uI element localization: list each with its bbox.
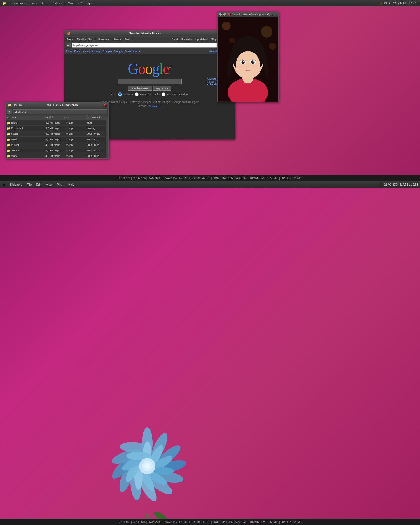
taskbar-help[interactable]: Help: [67, 183, 76, 187]
taskbar-redigera-menu[interactable]: Redigera: [50, 1, 65, 6]
google-radio-svenska[interactable]: [135, 92, 139, 96]
firefox-menu-news[interactable]: News ▾: [111, 37, 123, 41]
fm-row[interactable]: 📁 Publist 4,0 kB mapp mapp 2009-04-25: [6, 142, 106, 148]
firefox-title: Google - Mozilla Firefox: [73, 32, 218, 35]
svg-point-44: [237, 65, 244, 68]
svg-point-41: [243, 61, 244, 62]
weather-icon-bottom: ☀: [380, 183, 382, 186]
folder-icon: 📁: [7, 149, 10, 152]
fm-cell-name: 📁 Video: [6, 155, 44, 158]
firefox-menu-forums[interactable]: Forums ▾: [97, 37, 111, 41]
fm-cell-modified: 2009-04-25: [85, 149, 106, 152]
firefox-menu-meny[interactable]: Meny: [66, 37, 75, 41]
google-search-input[interactable]: [118, 79, 182, 84]
imageviewer-title: /home/mattias/Bilder/Japanese/yuk...: [232, 13, 277, 16]
google-search-label: Sök:: [111, 93, 116, 96]
taskbar-file[interactable]: File: [26, 183, 33, 187]
fm-rows: 📁 Bilder 4,0 kB mapp mapp idag 📁 Dokumen…: [6, 120, 106, 159]
fm-row[interactable]: 📁 Skrivbord 4,0 kB mapp mapp 2009-04-25: [6, 148, 106, 153]
google-logo-g2: g: [152, 60, 159, 77]
filemanager-icon: 📁: [7, 103, 12, 108]
google-sekretess-link[interactable]: Sekretess: [149, 105, 160, 108]
taskbar-ar-menu[interactable]: Ar...: [41, 1, 48, 6]
firefox-nav-framat[interactable]: Framåt ▾: [180, 37, 193, 41]
bookmark-natet[interactable]: Nätet: [66, 50, 73, 53]
fm-path-bar[interactable]: MATTIAS: [13, 109, 107, 114]
firefox-url: http://www.google.se/: [73, 44, 98, 47]
google-radio-webben[interactable]: [118, 92, 122, 96]
fm-maximize-btn[interactable]: □: [19, 104, 22, 107]
firefox-addressbar[interactable]: http://www.google.se/: [72, 43, 226, 48]
fm-minimize-btn[interactable]: –: [14, 104, 17, 107]
fm-scrollbar[interactable]: [106, 115, 108, 159]
svg-point-40: [251, 60, 255, 64]
bookmark-grupper[interactable]: Grupper: [103, 50, 112, 53]
fm-cell-name: 📁 Bilder: [6, 121, 44, 125]
fm-cell-size: 4,0 kB mapp: [44, 144, 65, 146]
bookmark-mer[interactable]: mer ▼: [133, 50, 141, 53]
taskbar-skrivbord[interactable]: Skrivbord: [9, 183, 23, 187]
fm-filename: Bilder: [11, 121, 18, 124]
fm-row[interactable]: 📁 Bilder 4,0 kB mapp mapp idag: [6, 120, 106, 126]
google-search-buttons: Google-sökning Jag har tur: [128, 86, 171, 91]
datetime-top: SÖN MAJ 31 12:53: [393, 2, 418, 5]
taskbar-hj-menu[interactable]: Hj...: [86, 1, 93, 6]
bookmark-bilder[interactable]: Bilder: [74, 50, 81, 53]
firefox-nav-uppdatera[interactable]: Uppdatera: [194, 37, 209, 41]
imageviewer-titlebar[interactable]: – □ × /home/mattias/Bilder/Japanese/yuk.…: [218, 12, 278, 17]
taskbar-view[interactable]: View: [45, 183, 54, 187]
taskbar-bottom-right: ☀ 21 °C SÖN MAJ 31 12:53: [380, 183, 418, 186]
fm-row[interactable]: 📁 Video 4,0 kB mapp mapp 2009-04-25: [6, 153, 106, 159]
fm-cell-name: 📁 Publist: [6, 144, 44, 147]
bookmark-gmail[interactable]: Gmail: [125, 50, 132, 53]
bookmark-bloggat[interactable]: Bloggat: [114, 50, 123, 53]
fm-header-size[interactable]: Storlek: [44, 116, 65, 119]
fm-row[interactable]: 📁 Musik 4,0 kB mapp mapp 2009-04-25: [6, 137, 106, 142]
fm-filename: Video: [11, 155, 18, 158]
google-allt-link[interactable]: Allt om Google: [153, 101, 170, 104]
google-english-link[interactable]: Google.com in English: [173, 101, 199, 104]
imageviewer-window: – □ × /home/mattias/Bilder/Japanese/yuk.…: [217, 12, 279, 102]
taskbar-edit[interactable]: Edit: [35, 183, 42, 187]
fm-toolbar: ◀ MATTIAS: [6, 108, 108, 115]
google-radio-sverige[interactable]: [162, 92, 165, 96]
fm-back-btn[interactable]: ◀: [7, 109, 12, 114]
fm-filename: Mallar: [11, 132, 18, 135]
fm-cell-type: mapp: [65, 144, 86, 146]
fm-cell-type: mapp: [65, 155, 86, 158]
google-lucky-btn[interactable]: Jag har tur: [153, 86, 171, 91]
statusbar-mid: CPU1 1% | CPU2 1% | RAM 32% | SWAP 1% | …: [0, 175, 420, 181]
firefox-menu-mestbesokta[interactable]: Mest besökta ▾: [76, 37, 96, 41]
bookmark-nyheter[interactable]: Nyheter: [92, 50, 101, 53]
google-sverige-label: sidor från Sverige: [167, 93, 188, 96]
fm-row[interactable]: 📁 Dokument 4,0 kB mapp mapp onsdag: [6, 126, 106, 131]
iv-maximize-btn[interactable]: □: [223, 13, 226, 16]
fm-header-name[interactable]: Namn ▾: [6, 116, 44, 119]
fm-row[interactable]: 📁 Mallar 4,0 kB mapp mapp 2009-04-25: [6, 131, 106, 137]
firefox-nav-barat[interactable]: Barát: [170, 37, 179, 41]
filemanager-titlebar[interactable]: 📁 – □ MATTIAS - Filhanterare ×: [6, 102, 108, 108]
taskbar-ga-menu[interactable]: Gå: [77, 1, 83, 6]
firefox-menubar: Meny Mest besökta ▾ Forums ▾ News ▾ Misc…: [64, 37, 235, 42]
firefox-menu-misc[interactable]: Misc ▾: [124, 37, 134, 41]
fm-close-btn[interactable]: ×: [104, 104, 107, 107]
fm-header-type[interactable]: Typ: [65, 116, 85, 119]
firefox-back-btn[interactable]: ◀: [66, 43, 71, 47]
firefox-titlebar[interactable]: 🦊 Google - Mozilla Firefox – □ ×: [64, 30, 235, 37]
google-foretagslosningar-link[interactable]: Företagslösningar: [130, 101, 151, 104]
iv-minimize-btn[interactable]: –: [219, 13, 222, 16]
thunar-icon: 📁: [2, 1, 6, 6]
fm-header-modified[interactable]: Ändrningstid: [85, 116, 106, 119]
svg-point-43: [246, 66, 249, 67]
taskbar-pla[interactable]: Pla...: [56, 183, 65, 187]
taskbar-visa-menu[interactable]: Visa: [67, 1, 75, 6]
fm-cell-modified: 2009-04-25: [85, 132, 106, 135]
taskbar-top: 📁 Filhanteraren Thunar Ar... Redigera Vi…: [0, 0, 420, 6]
bookmark-kartor[interactable]: Kartor: [83, 50, 90, 53]
taskbar-app-label[interactable]: Filhanteraren Thunar: [9, 1, 38, 6]
fm-cell-size: 4,0 kB mapp: [44, 132, 65, 135]
fm-filename: Dokument: [11, 127, 23, 130]
google-radio-row: Sök: webben sidor på svenska sidor från …: [111, 92, 188, 96]
iv-close-btn[interactable]: ×: [228, 13, 231, 16]
google-search-btn[interactable]: Google-sökning: [128, 86, 152, 91]
